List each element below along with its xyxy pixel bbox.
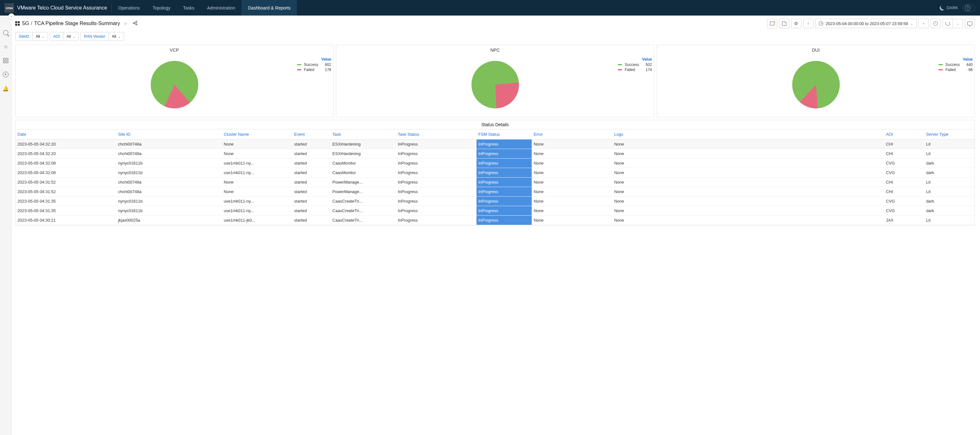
chevron-down-icon: ⌄ — [910, 22, 913, 25]
table-cell: InProgress — [396, 178, 477, 187]
nav-tab-tasks[interactable]: Tasks — [177, 0, 201, 16]
table-row[interactable]: 2023-05-05 04:32:20chchi00748aNonestarte… — [16, 140, 975, 149]
legend-row[interactable]: Failed174 — [618, 67, 652, 72]
table-cell: started — [292, 206, 331, 216]
column-header-server-type[interactable]: Server Type — [924, 129, 975, 140]
table-cell: None — [612, 197, 884, 206]
chart-panels: VCPValueSuccess802Failed178NPCValueSucce… — [0, 45, 980, 120]
time-next-button[interactable]: › — [918, 19, 929, 28]
column-header-task[interactable]: Task — [331, 129, 396, 140]
table-cell: started — [292, 140, 331, 149]
table-cell: InProgress — [477, 187, 532, 197]
nav-tab-administration[interactable]: Administration — [201, 0, 242, 16]
legend-row[interactable]: Failed66 — [939, 67, 973, 72]
view-mode-button[interactable] — [965, 19, 975, 28]
column-header-site-id[interactable]: Site ID — [116, 129, 222, 140]
table-cell: InProgress — [396, 206, 477, 216]
variable-bar: SiteIDAll ⌄AOIAll ⌄RAN VendorAll ⌄ — [0, 31, 980, 45]
theme-toggle[interactable]: DARK — [940, 5, 958, 11]
table-cell: None — [612, 178, 884, 187]
variable-value-dropdown[interactable]: All ⌄ — [109, 32, 124, 41]
breadcrumb-root[interactable]: 5G — [22, 21, 29, 26]
settings-button[interactable]: ⚙ — [791, 19, 801, 28]
column-header-fsm-status[interactable]: FSM Status — [477, 129, 532, 140]
save-button[interactable] — [779, 19, 789, 28]
time-prev-button[interactable]: ‹ — [803, 19, 813, 28]
alerts-icon[interactable]: 🔔 — [2, 85, 10, 92]
table-row[interactable]: 2023-05-05 04:31:35nynyc01611buse1mk011-… — [16, 206, 975, 216]
legend-header[interactable]: Value — [939, 57, 973, 62]
column-header-event[interactable]: Event — [292, 129, 331, 140]
nav-tab-topology[interactable]: Topology — [146, 0, 177, 16]
legend-header[interactable]: Value — [618, 57, 652, 62]
refresh-menu-button[interactable]: ⌄ — [953, 19, 963, 28]
pie-chart[interactable] — [151, 61, 198, 108]
table-row[interactable]: 2023-05-05 04:31:52chchi00748aNonestarte… — [16, 178, 975, 187]
legend-header[interactable]: Value — [297, 57, 331, 62]
add-panel-button[interactable] — [767, 19, 777, 28]
share-button[interactable] — [131, 20, 139, 27]
table-row[interactable]: 2023-05-05 04:32:08nynyc01611buse1mk011-… — [16, 159, 975, 168]
nav-right: DARK ? ˅ — [935, 0, 980, 16]
table-cell: chchi00748a — [116, 187, 222, 197]
explore-icon[interactable] — [2, 71, 10, 78]
variable-value-dropdown[interactable]: All ⌄ — [64, 32, 78, 41]
variable-label: RAN Vendor — [81, 32, 109, 41]
table-row[interactable]: 2023-05-05 04:31:35nynyc01611buse1mk011-… — [16, 197, 975, 206]
table-row[interactable]: 2023-05-05 04:32:20chchi00748aNonestarte… — [16, 149, 975, 159]
nav-tab-dashboard-reports[interactable]: Dashboard & Reports — [242, 0, 297, 16]
legend-row[interactable]: Success440 — [939, 62, 973, 67]
table-cell: None — [612, 159, 884, 168]
time-range-picker[interactable]: 2023-05-04 00:00:00 to 2023-05-07 23:59:… — [815, 19, 917, 28]
table-cell: None — [532, 197, 612, 206]
dashboards-icon[interactable] — [2, 57, 10, 64]
column-header-aoi[interactable]: AOI — [884, 129, 924, 140]
chart-panel-npc: NPCValueSuccess502Failed174 — [336, 45, 654, 117]
toolbar: ⚙ ‹ 2023-05-04 00:00:00 to 2023-05-07 23… — [767, 19, 975, 28]
search-icon[interactable] — [2, 29, 10, 37]
column-header-task-status[interactable]: Task Status — [396, 129, 477, 140]
legend-value: 174 — [643, 68, 652, 72]
table-cell: InProgress — [396, 149, 477, 159]
table-row[interactable]: 2023-05-05 04:31:52chchi00748aNonestarte… — [16, 187, 975, 197]
favorites-icon[interactable]: ☆ — [2, 43, 10, 51]
table-cell: CaasCreateTri... — [331, 216, 396, 225]
column-header-cluster-name[interactable]: Cluster Name — [222, 129, 292, 140]
column-header-error[interactable]: Error — [532, 129, 612, 140]
help-button[interactable]: ? ˅ — [963, 4, 975, 12]
pie-chart[interactable] — [471, 61, 519, 108]
table-cell: PowerManage... — [331, 187, 396, 197]
subheader: 5G / TCA Pipeline Stage Results-Summary … — [0, 16, 980, 31]
nav-tab-operations[interactable]: Operations — [112, 0, 146, 16]
table-cell: None — [612, 187, 884, 197]
table-row[interactable]: 2023-05-05 04:32:08nynyc01611buse1mk011-… — [16, 168, 975, 178]
top-nav: vmw VMware Telco Cloud Service Assurance… — [0, 0, 980, 16]
variable-ran-vendor: RAN VendorAll ⌄ — [81, 32, 124, 41]
pie-chart[interactable] — [792, 61, 840, 108]
refresh-button[interactable] — [943, 19, 953, 28]
table-row[interactable]: 2023-05-05 04:30:21jkjax00025ause1mk011-… — [16, 216, 975, 225]
table-cell: use1mk011-ny... — [222, 197, 292, 206]
legend-row[interactable]: Success502 — [618, 62, 652, 67]
breadcrumb: 5G / TCA Pipeline Stage Results-Summary — [22, 21, 120, 26]
legend-row[interactable]: Success802 — [297, 62, 331, 67]
chevron-down-icon: ⌄ — [42, 35, 45, 38]
table-cell: started — [292, 178, 331, 187]
column-header-date[interactable]: Date — [16, 129, 116, 140]
time-range-label: 2023-05-04 00:00:00 to 2023-05-07 23:59:… — [826, 21, 908, 26]
favorite-button[interactable]: ☆ — [123, 21, 129, 27]
svg-point-0 — [133, 22, 135, 24]
expand-rail-button[interactable]: › — [8, 13, 14, 20]
zoom-out-button[interactable] — [931, 19, 941, 28]
variable-value-dropdown[interactable]: All ⌄ — [33, 32, 48, 41]
panel-title: NPC — [336, 46, 654, 55]
table-cell: None — [532, 159, 612, 168]
table-cell: None — [532, 216, 612, 225]
table-cell: CHI — [884, 178, 924, 187]
legend-row[interactable]: Failed178 — [297, 67, 331, 72]
table-cell: started — [292, 159, 331, 168]
column-header-logs[interactable]: Logs — [612, 129, 884, 140]
legend-name: Failed — [625, 68, 641, 72]
table-cell: 2023-05-05 04:32:20 — [16, 140, 116, 149]
table-cell: started — [292, 149, 331, 159]
